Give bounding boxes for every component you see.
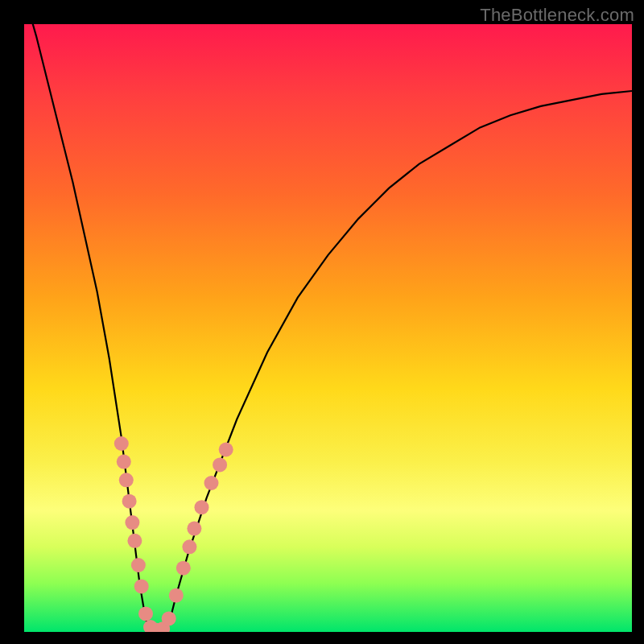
marker-point (125, 515, 139, 530)
marker-point (204, 476, 219, 490)
marker-point (187, 522, 201, 536)
chart-svg (24, 24, 632, 632)
marker-point (134, 579, 149, 593)
marker-point (114, 436, 129, 451)
marker-point (122, 494, 137, 509)
watermark-text: TheBottleneck.com (480, 5, 634, 26)
marker-point (169, 588, 184, 603)
plot-area (24, 24, 632, 632)
marker-point (131, 558, 146, 572)
chart-frame: TheBottleneck.com (0, 0, 644, 644)
marker-point (213, 457, 227, 472)
marker-point (119, 473, 134, 487)
marker-point (117, 455, 131, 469)
marker-point (219, 443, 233, 457)
marker-point (182, 539, 196, 554)
marker-point (176, 561, 191, 576)
marker-point (127, 534, 142, 548)
marker-point (162, 611, 176, 625)
bottleneck-curve (24, 24, 632, 632)
marker-point (195, 500, 209, 514)
marker-point (138, 606, 153, 621)
